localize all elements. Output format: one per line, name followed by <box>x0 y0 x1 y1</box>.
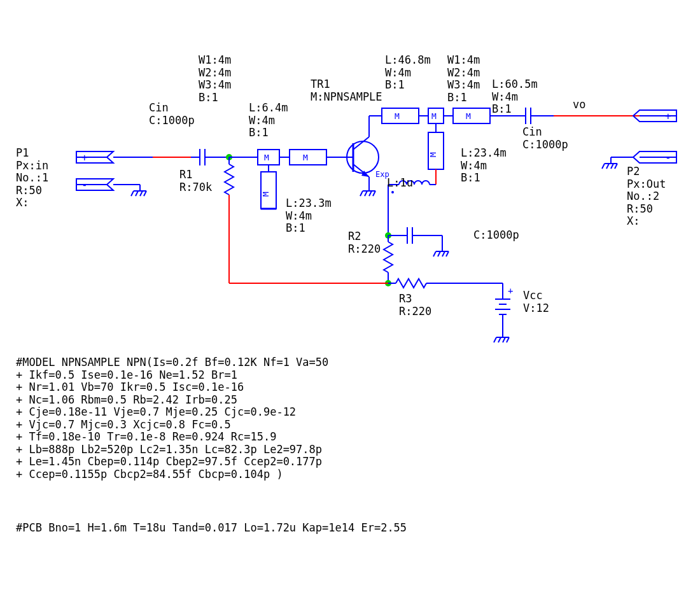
line2-label: L:60.5m W:4m B:1 <box>492 78 538 116</box>
svg-text:M: M <box>264 153 269 162</box>
c3-label: C:1000p <box>473 229 519 242</box>
cin2-label: Cin C:1000p <box>522 126 568 151</box>
port-p1-plus: + <box>76 151 113 164</box>
svg-text:-: - <box>665 151 671 164</box>
svg-text:M: M <box>428 152 438 157</box>
p1-label: P1 Px:in No.:1 R:50 X: <box>16 147 48 209</box>
svg-text:M: M <box>431 111 437 121</box>
model-text: #MODEL NPNSAMPLE NPN(Is=0.2f Bf=0.12K Nf… <box>16 356 328 481</box>
port-p2-plus: + <box>633 110 676 122</box>
msline1 <box>290 150 326 165</box>
vo-label: vo <box>573 99 585 111</box>
tee1-label: W1:4m W2:4m W3:4m B:1 <box>199 54 231 104</box>
svg-text:M: M <box>395 111 400 121</box>
svg-text:-: - <box>81 179 88 191</box>
pcb-text: #PCB Bno=1 H=1.6m T=18u Tand=0.017 Lo=1.… <box>16 522 407 535</box>
resistor-r2 <box>384 235 393 283</box>
svg-text:+: + <box>81 151 88 164</box>
tee2-label: W1:4m W2:4m W3:4m B:1 <box>447 54 480 104</box>
topl-label: L:46.8m W:4m B:1 <box>385 54 431 92</box>
line1-label: L:6.4m W:4m B:1 <box>249 102 288 139</box>
svg-point-47 <box>391 191 394 193</box>
resistor-r1 <box>225 157 234 283</box>
dc-vcc: + <box>494 283 513 342</box>
r3-label: R3 R:220 <box>399 293 431 318</box>
port-p1-minus: - <box>76 179 113 191</box>
cap-cin1 <box>191 149 229 165</box>
tr1-label: TR1 M:NPNSAMPLE <box>311 78 382 103</box>
p2-label: P2 Px:Out No.:2 R:50 X: <box>627 165 666 228</box>
r2-label: R2 R:220 <box>348 230 381 255</box>
stub1-label: L:23.3m W:4m B:1 <box>286 197 332 235</box>
vcc-label: Vcc V:12 <box>523 290 549 314</box>
msline2 <box>453 108 490 123</box>
svg-text:M: M <box>466 111 471 121</box>
resistor-r3 <box>388 279 503 288</box>
svg-text:M: M <box>261 192 270 197</box>
msstub1 <box>261 172 276 209</box>
svg-text:M: M <box>303 153 308 162</box>
r1-label: R1 R:70k <box>179 169 212 193</box>
msline-top <box>382 108 419 123</box>
port-p2-minus: - <box>633 151 676 164</box>
stub2-label: L:23.4m W:4m B:1 <box>461 147 507 185</box>
mstee1: M <box>258 150 279 172</box>
transistor-tr1 <box>342 124 379 196</box>
svg-text:+: + <box>508 286 513 296</box>
msstub2 <box>428 132 444 169</box>
cin1-label: Cin C:1000p <box>149 102 195 127</box>
l-label: L:1u <box>387 177 413 190</box>
svg-text:+: + <box>665 110 671 122</box>
cap-c3 <box>388 227 449 256</box>
